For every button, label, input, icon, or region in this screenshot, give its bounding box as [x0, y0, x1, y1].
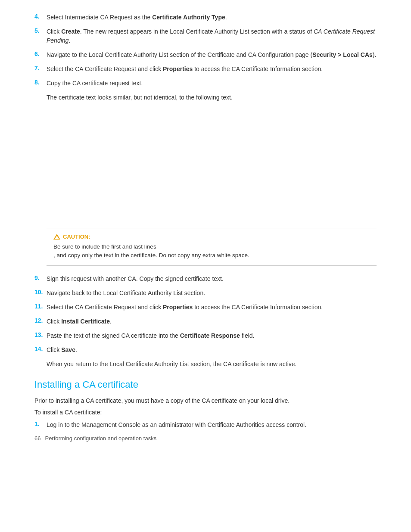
step-13: 13. Paste the text of the signed CA cert…: [34, 331, 377, 340]
step-12-content: Click Install Certificate.: [47, 317, 377, 326]
step-10-content: Navigate back to the Local Certificate A…: [47, 289, 377, 298]
caution-triangle-icon: [53, 234, 60, 240]
step-12-num: 12.: [34, 317, 47, 324]
step-7: 7. Select the CA Certificate Request and…: [34, 65, 377, 74]
step-8-sub: The certificate text looks similar, but …: [47, 93, 377, 102]
step-10: 10. Navigate back to the Local Certifica…: [34, 289, 377, 298]
section-heading: Installing a CA certificate: [34, 379, 377, 390]
step-11: 11. Select the CA Certificate Request an…: [34, 303, 377, 312]
steps-top-list: 4. Select Intermediate CA Request as the…: [34, 13, 377, 102]
new-step-1-content: Log in to the Management Console as an a…: [47, 420, 377, 429]
new-step-1-num: 1.: [34, 420, 47, 427]
caution-line2: , and copy only the text in the certific…: [53, 252, 249, 258]
step-9: 9. Sign this request with another CA. Co…: [34, 274, 377, 283]
step-14: 14. Click Save.: [34, 345, 377, 355]
step-8-content: Copy the CA certificate request text.: [47, 79, 377, 88]
step-14-num: 14.: [34, 345, 47, 352]
step-11-content: Select the CA Certificate Request and cl…: [47, 303, 377, 312]
section-intro-2: To install a CA certificate:: [34, 408, 377, 417]
footer: 66 Performing configuration and operatio…: [34, 435, 377, 442]
footer-page-num: 66: [34, 435, 40, 442]
step-5: 5. Click Create. The new request appears…: [34, 27, 377, 45]
steps-bottom-list: 9. Sign this request with another CA. Co…: [34, 274, 377, 369]
step-7-content: Select the CA Certificate Request and cl…: [47, 65, 377, 74]
step-6: 6. Navigate to the Local Certificate Aut…: [34, 50, 377, 59]
new-step-1: 1. Log in to the Management Console as a…: [34, 420, 377, 429]
caution-label: CAUTION:: [63, 233, 90, 240]
step-13-num: 13.: [34, 331, 47, 338]
step-4-content: Select Intermediate CA Request as the Ce…: [47, 13, 377, 22]
step-11-num: 11.: [34, 303, 47, 310]
step-5-num: 5.: [34, 27, 47, 34]
page: 4. Select Intermediate CA Request as the…: [0, 0, 411, 452]
section-intro-1: Prior to installing a CA certificate, yo…: [34, 396, 377, 405]
step-7-num: 7.: [34, 65, 47, 72]
step-8-num: 8.: [34, 79, 47, 86]
step-8: 8. Copy the CA certificate request text.: [34, 79, 377, 88]
caution-box: CAUTION: Be sure to include the first an…: [47, 228, 377, 266]
step-12: 12. Click Install Certificate.: [34, 317, 377, 326]
caution-line1: Be sure to include the first and last li…: [53, 243, 156, 250]
step-10-num: 10.: [34, 289, 47, 296]
caution-title: CAUTION:: [53, 233, 370, 240]
step-9-content: Sign this request with another CA. Copy …: [47, 274, 377, 283]
step-14-content: Click Save.: [47, 345, 377, 355]
step-4: 4. Select Intermediate CA Request as the…: [34, 13, 377, 22]
step-9-num: 9.: [34, 274, 47, 281]
step-4-num: 4.: [34, 13, 47, 20]
certificate-text-area: [34, 107, 377, 219]
step-5-content: Click Create. The new request appears in…: [47, 27, 377, 45]
step-14-sub: When you return to the Local Certificate…: [47, 360, 377, 369]
step-6-content: Navigate to the Local Certificate Author…: [47, 50, 377, 59]
step-6-num: 6.: [34, 50, 47, 57]
footer-description: Performing configuration and operation t…: [45, 435, 156, 442]
step-13-content: Paste the text of the signed CA certific…: [47, 331, 377, 340]
caution-text: Be sure to include the first and last li…: [53, 243, 370, 260]
